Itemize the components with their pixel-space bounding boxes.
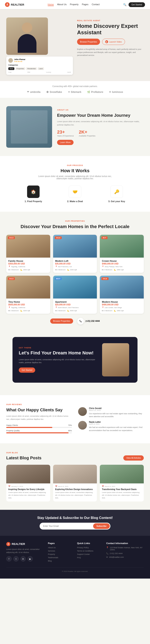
how-works-title: How It Works: [6, 168, 144, 174]
cat-land[interactable]: Land: [38, 67, 44, 70]
find-property-icon: 🏠: [31, 189, 36, 194]
footer-logo-text: REALTIER: [12, 542, 25, 546]
blog-desc-0: Lorem ipsum dolor sit amet, consectetur …: [8, 491, 48, 499]
property-features-5: 🛏 3 Bedroom 📐 2600 sqft: [102, 310, 142, 312]
property-badge-4: BEST: [55, 277, 62, 280]
review-text-1: We had an excellent experience with our …: [89, 426, 144, 432]
cat-rent[interactable]: Rent: [8, 67, 14, 70]
social-twitter[interactable]: t: [13, 556, 19, 562]
nav-link-property[interactable]: Property: [70, 3, 79, 6]
footer-link-blog[interactable]: Blog: [48, 560, 73, 562]
cat-residential[interactable]: Residential: [26, 67, 37, 70]
blog-desc-1: Lorem ipsum dolor sit amet, consectetur …: [55, 491, 95, 499]
cta-get-started-button[interactable]: Get Started: [19, 368, 35, 373]
search-icon[interactable]: 🔍: [123, 3, 126, 6]
footer-quick-support[interactable]: Support Center: [77, 553, 102, 555]
cta-desc: Lorem ipsum dolor sit amet, consectetur …: [19, 358, 98, 364]
property-card-3: SALE Tiny Home $500,000.00 USD 📍 Taguila…: [6, 276, 50, 314]
footer-brand: REALTIER Lorem ipsum dolor sit amet, con…: [6, 542, 44, 563]
step-find-icon-box: 🏠: [27, 186, 40, 198]
review-text-0: Our experience with our real estate agen…: [89, 412, 144, 418]
social-youtube[interactable]: ▶: [28, 556, 33, 562]
properties-header: OUR PROPERTIES Discover Your Dream Homes…: [6, 220, 144, 230]
property-badge-5: SALE: [101, 277, 108, 280]
prop-beds-2: 🛏 3 Bedroom: [102, 269, 112, 271]
prop-beds-1: 🛏 3 Bedroom: [55, 269, 66, 271]
prop-beds-0: 🛏 3 Bedroom: [8, 269, 19, 271]
properties-title: Discover Your Dream Homes in the Perfect…: [6, 224, 144, 230]
map-pin-icon-0: 📍: [8, 266, 11, 268]
social-facebook[interactable]: f: [6, 556, 12, 562]
get-started-button[interactable]: Get Started: [128, 2, 145, 7]
reviews-inner: What Our Happy Clients Say Lorem ipsum d…: [6, 407, 144, 435]
steps-row: 🏠 1. Find Property 🤝 2. Make a Deal 🔑 3.…: [6, 186, 144, 204]
partners-logos: ☂umbrella ❄Snowflake ✦Sitemark 🌿ProNatur…: [6, 90, 144, 94]
property-badge-3: SALE: [8, 277, 15, 280]
email-icon: ✉: [106, 556, 108, 558]
hero-categories: Rent Properties Residential Land: [8, 67, 71, 70]
blog-label: OUR BLOG: [6, 452, 144, 454]
cat-properties[interactable]: Properties: [15, 67, 25, 70]
learn-more-button[interactable]: Learn More: [57, 140, 73, 145]
category-levels: Low Mid Luxury Land: [8, 71, 71, 73]
review-body-1: Nayla Latter March 8, 2021 We had an exc…: [89, 421, 144, 432]
footer-link-testimonials[interactable]: Testimonials: [48, 556, 73, 558]
prop-sqft-0: 📐 3400 sqft: [20, 269, 30, 271]
calendar-icon-2: 📅: [102, 486, 104, 487]
partner-luminous: ✶luminous: [109, 90, 123, 94]
reviews-desc: Lorem ipsum dolor sit amet, consectetur …: [6, 415, 72, 421]
about-desc: Lorem ipsum dolor sit amet, consectetur …: [57, 120, 144, 126]
property-card-2: BUY Crown House $460,000.00 USD 📍 Story …: [100, 235, 144, 273]
blog-desc-2: Lorem ipsum dolor sit amet, consectetur …: [102, 491, 142, 499]
level-land: Land: [67, 71, 71, 73]
footer-link-services[interactable]: Services: [48, 550, 73, 552]
social-row: f t in ▶: [6, 556, 44, 562]
blog-info-1: 📅 March 8, 2021 Exploring Kitchen Design…: [53, 484, 97, 501]
review-date-1: March 8, 2021: [89, 423, 144, 425]
property-price-0: $350,000.00 USD: [8, 262, 48, 265]
nav-link-home[interactable]: Home: [48, 3, 54, 6]
hero-title: Home Discovery Expert Assistant: [77, 23, 144, 36]
hero-person-image: [6, 18, 48, 55]
logo-text: REALTIER: [11, 3, 24, 6]
nav-link-contact[interactable]: Contact: [92, 3, 100, 6]
phone-icon: 📞: [77, 318, 84, 324]
property-price-3: $500,000.00 USD: [8, 304, 48, 306]
step-key-icon-box: 🔑: [110, 186, 123, 198]
categories-label: Categories: [8, 64, 71, 66]
prop-sqft-2: 📐 2650 sqft: [114, 269, 124, 271]
footer-pages-col: Pages About Us Services Property Testimo…: [48, 542, 73, 563]
footer-quick-faq[interactable]: FAQ: [77, 556, 102, 558]
footer-link-about[interactable]: About Us: [48, 546, 73, 549]
subscribe-email-input[interactable]: [40, 523, 93, 529]
property-card-4: BEST Apartment $20,000.00 USD 📍 North Be…: [53, 276, 97, 314]
phone-icon-footer: 📞: [106, 552, 109, 554]
reviews-section: OUR REVIEWS What Our Happy Clients Say L…: [0, 395, 150, 444]
footer-quick-terms[interactable]: Terms & Conditions: [77, 550, 102, 552]
launch-video-button[interactable]: ▶ Launch Video: [102, 39, 125, 45]
subscribe-button[interactable]: Subscribe: [93, 523, 110, 529]
property-features-3: 🛏 3 Bedroom 📐 3200 sqft: [8, 310, 48, 312]
browse-properties-button[interactable]: Browse Properties: [77, 39, 100, 45]
footer-quick-privacy[interactable]: Privacy Policy: [77, 546, 102, 549]
subscribe-title: Stay Updated & Subscribe to Our Blog Con…: [6, 516, 144, 520]
cta-wrapper: GET THERE Let's Find Your Dream Home Now…: [0, 333, 150, 395]
stat-bar-fill-quality: [6, 432, 68, 433]
footer-link-property[interactable]: Property: [48, 553, 73, 555]
property-image-2: BUY: [100, 235, 144, 258]
svg-point-1: [8, 543, 9, 544]
property-name-4: Apartment: [55, 300, 95, 303]
how-works-desc: Lorem ipsum dolor sit amet, consectetur …: [33, 175, 117, 180]
stat-properties-num: 2K+: [79, 130, 95, 135]
stat-bar-happy-clients: Happy Clients 70%: [6, 424, 72, 428]
property-name-0: Family House: [8, 260, 48, 262]
social-linkedin[interactable]: in: [20, 556, 26, 562]
property-name-2: Crown House: [102, 260, 142, 262]
nav-link-about[interactable]: About Us: [57, 3, 66, 6]
nav-link-pages[interactable]: Pages: [82, 3, 88, 6]
view-all-articles-button[interactable]: View All Articles: [123, 455, 144, 460]
address-icon: 📍: [106, 546, 109, 551]
browse-all-button[interactable]: Browse Properties: [50, 318, 73, 324]
map-pin-icon-2: 📍: [102, 266, 104, 268]
logo-icon: [5, 2, 10, 7]
